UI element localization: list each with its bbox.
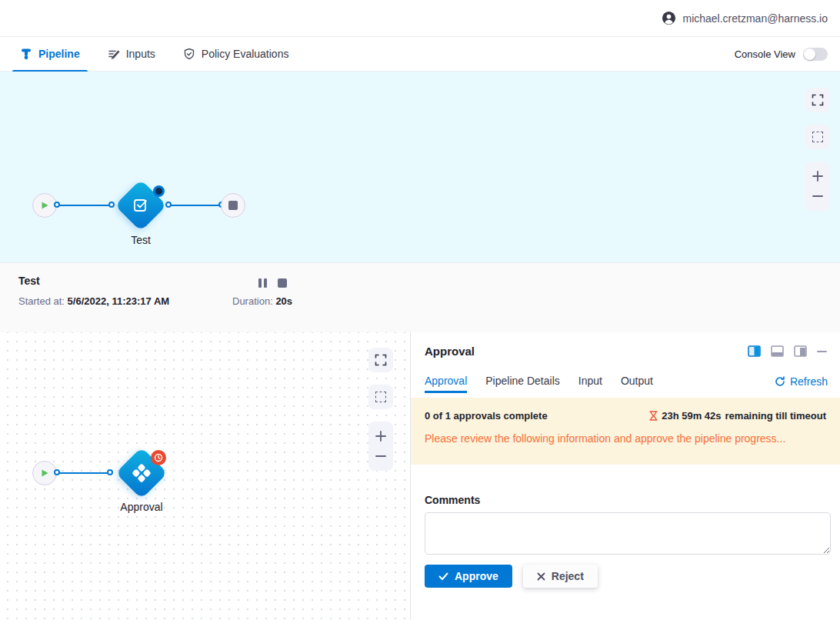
canvas-zoom-controls [805,162,830,211]
panel-tab-approval[interactable]: Approval [425,375,467,393]
refresh-button[interactable]: Refresh [775,375,828,392]
panel-title: Approval [425,345,475,358]
stage-graph-canvas[interactable]: Test [0,72,840,262]
approval-step-icon [132,463,152,483]
port [54,202,60,208]
abort-button[interactable] [278,278,287,288]
inputs-icon [108,48,120,60]
zoom-in-button[interactable] [812,170,824,182]
tab-pipeline-label: Pipeline [38,48,80,60]
canvas-select-button[interactable] [368,385,393,409]
step-graph-canvas[interactable]: Approval [0,332,410,620]
tab-pipeline[interactable]: Pipeline [12,37,88,72]
console-view-label: Console View [735,48,795,60]
layout-right-view-icon[interactable] [748,345,761,357]
panel-tab-output[interactable]: Output [621,375,653,393]
step-label: Approval [107,501,176,513]
layout-minimized-view-icon[interactable] [794,345,807,357]
hourglass-icon [649,411,658,421]
stage-info-bar: Test Started at: 5/6/2022, 11:23:17 AM D… [0,262,840,332]
stage-title: Test [18,275,40,287]
zoom-out-button[interactable] [375,450,387,462]
panel-tab-input[interactable]: Input [578,375,602,393]
play-icon [40,468,49,478]
running-status-badge [153,185,165,197]
fullscreen-icon [812,94,824,106]
approve-button[interactable]: Approve [425,565,512,588]
clock-icon [154,453,163,462]
stage-label: Test [110,234,172,246]
layout-bottom-view-icon[interactable] [771,345,784,357]
waiting-status-badge [151,450,166,465]
edge-start-approval [58,472,111,474]
approval-message: Please review the following information … [425,432,826,445]
pipeline-icon [20,48,32,60]
reject-button[interactable]: Reject [523,565,598,588]
tab-inputs[interactable]: Inputs [100,37,163,72]
approvals-progress-text: 0 of 1 approvals complete [425,410,548,422]
x-icon [537,572,545,581]
edge-start-test [58,205,112,206]
duration-text: Duration: 20s [232,295,292,307]
panel-tabs: Approval Pipeline Details Input Output R… [425,374,828,394]
comments-input[interactable] [425,512,831,555]
end-node[interactable] [221,193,245,218]
edge-test-end [171,205,222,206]
port [108,202,115,208]
execution-tabbar: Pipeline Inputs Policy Evaluations Conso… [0,37,840,72]
minimize-panel-icon[interactable] [817,350,828,353]
panel-tab-pipeline-details[interactable]: Pipeline Details [485,375,560,393]
play-icon [40,201,49,210]
refresh-icon [775,376,785,387]
timeout-text: 23h 59m 42s remaining till timeout [649,410,826,422]
pause-button[interactable] [258,278,267,288]
user-menu[interactable]: michael.cretzman@harness.io [662,11,828,25]
step-details-panel: Approval Approval Pipeline Details Input… [411,332,840,620]
started-at-text: Started at: 5/6/2022, 11:23:17 AM [18,295,169,307]
zoom-in-button[interactable] [375,430,387,442]
check-icon [438,572,448,581]
marquee-select-icon [812,132,823,142]
stage-check-icon [132,196,150,215]
top-header: michael.cretzman@harness.io [0,0,840,37]
avatar-icon [662,11,676,25]
stop-icon [228,201,238,210]
zoom-out-button[interactable] [812,190,824,202]
canvas-select-button[interactable] [805,125,830,149]
canvas-fit-button[interactable] [368,348,393,372]
marquee-select-icon [375,392,386,402]
approval-banner: 0 of 1 approvals complete 23h 59m 42s re… [411,398,840,465]
canvas-fit-button[interactable] [805,88,830,112]
comments-label: Comments [425,494,480,506]
toggle-knob [804,48,815,60]
shield-check-icon [183,48,195,60]
console-view-toggle[interactable] [803,48,828,61]
tab-inputs-label: Inputs [126,48,155,60]
canvas-zoom-controls [368,422,393,471]
port [107,469,113,475]
pipeline-execution-page: michael.cretzman@harness.io Pipeline Inp… [0,0,840,620]
fullscreen-icon [375,354,387,366]
tab-policy-evaluations-label: Policy Evaluations [202,48,289,60]
tab-policy-evaluations[interactable]: Policy Evaluations [175,37,297,72]
port [165,202,172,208]
port [54,469,60,475]
user-email: michael.cretzman@harness.io [682,12,828,25]
